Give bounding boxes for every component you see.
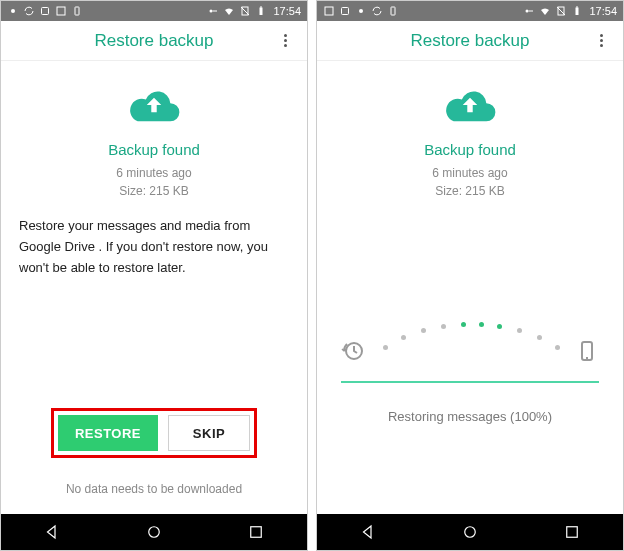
backup-found-heading: Backup found xyxy=(424,141,516,158)
svg-rect-11 xyxy=(251,527,262,538)
cloud-upload-icon xyxy=(125,85,183,125)
history-clock-icon xyxy=(341,339,365,363)
action-buttons-highlight: RESTORE SKIP xyxy=(51,408,257,458)
battery-icon xyxy=(571,5,583,17)
backup-found-heading: Backup found xyxy=(108,141,200,158)
device-icon xyxy=(71,5,83,17)
status-right-icons: 17:54 xyxy=(523,5,617,17)
device-icon xyxy=(387,5,399,17)
backup-size: Size: 215 KB xyxy=(432,182,507,200)
svg-rect-5 xyxy=(213,11,218,12)
nav-back-icon[interactable] xyxy=(359,523,377,541)
title-bar: Restore backup xyxy=(317,21,623,61)
title-bar: Restore backup xyxy=(1,21,307,61)
wifi-icon xyxy=(223,5,235,17)
nav-bar xyxy=(317,514,623,550)
backup-meta: 6 minutes ago Size: 215 KB xyxy=(432,164,507,200)
svg-rect-2 xyxy=(57,7,65,15)
no-sim-icon xyxy=(239,5,251,17)
svg-point-4 xyxy=(210,10,213,13)
svg-rect-3 xyxy=(75,7,79,15)
no-sim-icon xyxy=(555,5,567,17)
right-phone-screen: 17:54 Restore backup Backup found 6 minu… xyxy=(316,0,624,551)
svg-rect-20 xyxy=(576,8,579,16)
nav-home-icon[interactable] xyxy=(145,523,163,541)
screenshot-icon xyxy=(323,5,335,17)
svg-point-10 xyxy=(149,527,160,538)
status-left-icons xyxy=(7,5,83,17)
location-icon xyxy=(7,5,19,17)
svg-rect-26 xyxy=(567,527,578,538)
backup-time: 6 minutes ago xyxy=(116,164,191,182)
backup-time: 6 minutes ago xyxy=(432,164,507,182)
svg-rect-13 xyxy=(342,8,349,15)
skip-button[interactable]: SKIP xyxy=(168,415,250,451)
svg-point-14 xyxy=(359,9,363,13)
bottom-note: No data needs to be downloaded xyxy=(1,482,307,496)
progress-area: Restoring messages (100%) xyxy=(317,321,623,424)
screenshot-icon xyxy=(55,5,67,17)
progress-text: Restoring messages (100%) xyxy=(388,409,552,424)
backup-size: Size: 215 KB xyxy=(116,182,191,200)
sync-icon xyxy=(371,5,383,17)
status-bar: 17:54 xyxy=(1,1,307,21)
content-area: Backup found 6 minutes ago Size: 215 KB … xyxy=(1,61,307,514)
screen-title: Restore backup xyxy=(94,31,213,51)
screen-title: Restore backup xyxy=(410,31,529,51)
svg-point-25 xyxy=(465,527,476,538)
status-bar: 17:54 xyxy=(317,1,623,21)
backup-meta: 6 minutes ago Size: 215 KB xyxy=(116,164,191,200)
nav-recent-icon[interactable] xyxy=(247,523,265,541)
restore-button[interactable]: RESTORE xyxy=(58,415,158,451)
overflow-menu-icon[interactable] xyxy=(275,31,295,51)
content-area: Backup found 6 minutes ago Size: 215 KB xyxy=(317,61,623,514)
cloud-upload-icon xyxy=(441,85,499,125)
nav-back-icon[interactable] xyxy=(43,523,61,541)
nav-bar xyxy=(1,514,307,550)
left-phone-screen: 17:54 Restore backup Backup found 6 minu… xyxy=(0,0,308,551)
location-icon xyxy=(355,5,367,17)
svg-rect-17 xyxy=(529,11,534,12)
svg-rect-15 xyxy=(391,7,395,15)
status-right-icons: 17:54 xyxy=(207,5,301,17)
status-left-icons xyxy=(323,5,399,17)
explain-text: Restore your messages and media from Goo… xyxy=(1,216,307,278)
status-time: 17:54 xyxy=(589,5,617,17)
key-icon xyxy=(207,5,219,17)
overflow-menu-icon[interactable] xyxy=(591,31,611,51)
svg-rect-21 xyxy=(576,7,578,8)
svg-rect-8 xyxy=(260,8,263,16)
phone-device-icon xyxy=(575,339,599,363)
svg-rect-12 xyxy=(325,7,333,15)
status-time: 17:54 xyxy=(273,5,301,17)
progress-bar xyxy=(341,381,599,383)
wifi-icon xyxy=(539,5,551,17)
key-icon xyxy=(523,5,535,17)
svg-rect-1 xyxy=(42,8,49,15)
nav-home-icon[interactable] xyxy=(461,523,479,541)
battery-icon xyxy=(255,5,267,17)
svg-point-0 xyxy=(11,9,15,13)
app-icon xyxy=(39,5,51,17)
nav-recent-icon[interactable] xyxy=(563,523,581,541)
svg-point-16 xyxy=(526,10,529,13)
app-icon xyxy=(339,5,351,17)
transfer-arc xyxy=(341,321,599,363)
svg-rect-9 xyxy=(260,7,262,8)
sync-icon xyxy=(23,5,35,17)
